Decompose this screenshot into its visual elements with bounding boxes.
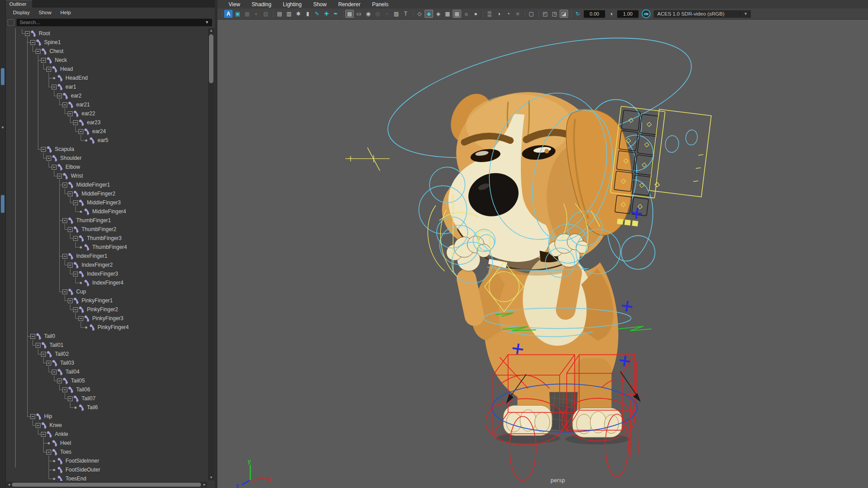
textured-mode-icon[interactable]: ▩ [443, 10, 452, 18]
viewport-layout-four-icon[interactable]: ◳ [550, 10, 559, 18]
dog-character[interactable] [442, 87, 632, 444]
outliner-item-Root[interactable]: Root [6, 29, 207, 38]
expand-collapse-toggle[interactable] [52, 370, 57, 374]
outliner-item-PinkyFinger1[interactable]: PinkyFinger1 [6, 296, 207, 305]
image-plane-icon[interactable]: ▧ [392, 10, 401, 18]
resolution-gate-icon[interactable]: ◉ [364, 10, 373, 18]
expand-collapse-toggle[interactable] [68, 263, 73, 268]
expand-collapse-toggle[interactable] [62, 387, 67, 392]
outliner-item-ThumbFinger4[interactable]: ThumbFinger4 [6, 243, 207, 252]
hud-text-icon[interactable]: T [401, 10, 410, 18]
outliner-item-FootSideOuter[interactable]: FootSideOuter [6, 465, 207, 474]
search-dropdown-icon[interactable]: ▼ [205, 20, 209, 24]
outliner-item-Tail07[interactable]: Tail07 [6, 394, 207, 403]
object-selection-icon[interactable]: ▣ [233, 10, 242, 18]
viewport-menu-renderer[interactable]: Renderer [332, 1, 366, 8]
expand-collapse-toggle[interactable] [68, 227, 73, 232]
maximize-viewport-icon[interactable]: ◪ [560, 10, 568, 18]
outliner-menu-show[interactable]: Show [34, 9, 56, 16]
color-management-toggle[interactable]: ON [642, 9, 651, 18]
outliner-item-ear5[interactable]: ear5 [6, 136, 207, 145]
colorspace-select[interactable]: ACES 1.0 SDR-video (sRGB)▼ [654, 10, 751, 18]
outliner-item-Tail06[interactable]: Tail06 [6, 385, 207, 394]
dock-highlight-bottom[interactable] [1, 195, 4, 213]
wireframe-on-shaded-icon[interactable]: ◈ [434, 10, 442, 18]
expand-collapse-toggle[interactable] [30, 40, 35, 45]
outliner-item-Head[interactable]: Head [6, 65, 207, 73]
outliner-menu-help[interactable]: Help [56, 9, 76, 16]
outliner-item-Shoulder[interactable]: Shoulder [6, 154, 207, 163]
outliner-item-IndexFinger4[interactable]: IndexFinger4 [6, 278, 207, 287]
left-dock-strip[interactable] [0, 0, 6, 488]
expand-collapse-toggle[interactable] [36, 343, 41, 348]
outliner-item-Neck[interactable]: Neck [6, 56, 207, 65]
outliner-item-Tail01[interactable]: Tail01 [6, 341, 207, 350]
camera-lock-icon[interactable]: ▥ [285, 10, 293, 18]
shaded-mode-icon[interactable]: ◆ [425, 10, 433, 18]
viewport-menu-lighting[interactable]: Lighting [277, 1, 307, 8]
scroll-right-icon[interactable]: ► [202, 482, 207, 488]
expand-collapse-toggle[interactable] [57, 378, 62, 383]
camera-attributes-icon[interactable]: ✱ [294, 10, 303, 18]
outliner-item-Heel[interactable]: Heel [6, 439, 207, 447]
expand-collapse-toggle[interactable] [52, 165, 57, 170]
outliner-item-PinkyFinger3[interactable]: PinkyFinger3 [6, 314, 207, 323]
expand-collapse-toggle[interactable] [52, 85, 57, 89]
shadows-icon[interactable]: ● [471, 10, 480, 18]
expand-collapse-toggle[interactable] [57, 174, 62, 179]
wireframe-mode-icon[interactable]: ◇ [415, 10, 424, 18]
zoom-region-icon[interactable]: ▨ [262, 10, 270, 18]
outliner-item-ThumbFinger1[interactable]: ThumbFinger1 [6, 216, 207, 225]
scroll-up-icon[interactable]: ▲ [208, 28, 214, 33]
outliner-item-Tail02[interactable]: Tail02 [6, 350, 207, 358]
checker-texture-icon[interactable]: ▦ [453, 10, 461, 18]
outliner-item-Tail03[interactable]: Tail03 [6, 358, 207, 367]
outliner-item-ear23[interactable]: ear23 [6, 118, 207, 127]
expand-collapse-toggle[interactable] [73, 120, 78, 125]
viewport-menu-panels[interactable]: Panels [366, 1, 394, 8]
expand-collapse-toggle[interactable] [41, 58, 46, 63]
expand-collapse-toggle[interactable] [57, 94, 62, 98]
outliner-item-Wrist[interactable]: Wrist [6, 171, 207, 180]
exposure-icon[interactable]: ↻ [573, 10, 582, 18]
outliner-item-Elbow[interactable]: Elbow [6, 163, 207, 171]
pan-zoom-icon[interactable]: ✚ [322, 10, 331, 18]
outliner-item-Toes[interactable]: Toes [6, 447, 207, 456]
grid-toggle-icon[interactable]: ▦ [345, 10, 354, 18]
isolate-select-icon[interactable]: ▢ [527, 10, 536, 18]
select-by-name-button[interactable]: A [224, 10, 233, 18]
expand-collapse-toggle[interactable] [46, 361, 51, 366]
outliner-item-Spine1[interactable]: Spine1 [6, 38, 207, 47]
expand-collapse-toggle[interactable] [62, 102, 67, 107]
outliner-item-Tail6[interactable]: Tail6 [6, 403, 207, 412]
expand-collapse-toggle[interactable] [41, 147, 46, 152]
outliner-item-IndexFinger2[interactable]: IndexFinger2 [6, 260, 207, 269]
expand-collapse-toggle[interactable] [30, 414, 35, 419]
outliner-item-MiddleFinger2[interactable]: MiddleFinger2 [6, 189, 207, 198]
expand-collapse-toggle[interactable] [68, 298, 73, 303]
gate-mask-icon[interactable]: ◎ [373, 10, 382, 18]
outliner-item-ThumbFinger2[interactable]: ThumbFinger2 [6, 225, 207, 234]
outliner-item-Scapula[interactable]: Scapula [6, 145, 207, 154]
expand-collapse-toggle[interactable] [46, 156, 51, 161]
horizontal-scroll-thumb[interactable] [12, 483, 201, 487]
tab-outliner[interactable]: Outliner [6, 0, 32, 8]
outliner-menu-display[interactable]: Display [8, 9, 34, 16]
expand-collapse-toggle[interactable] [46, 450, 51, 455]
annotate-pencil-icon[interactable]: ✒ [332, 10, 340, 18]
search-box[interactable]: ▼ [16, 19, 212, 26]
exposure-field[interactable] [584, 10, 605, 18]
expand-collapse-toggle[interactable] [78, 129, 83, 134]
outliner-item-Hip[interactable]: Hip [6, 412, 207, 421]
viewport-menu-show[interactable]: Show [307, 1, 332, 8]
outliner-item-ear2[interactable]: ear2 [6, 91, 207, 100]
expand-collapse-toggle[interactable] [78, 316, 83, 321]
expand-collapse-toggle[interactable] [36, 49, 41, 54]
combo-dropdown-icon[interactable]: ▼ [740, 12, 751, 16]
outliner-item-PinkyFinger2[interactable]: PinkyFinger2 [6, 305, 207, 314]
outliner-item-Chest[interactable]: Chest [6, 47, 207, 56]
outliner-horizontal-scrollbar[interactable]: ◄ ► [6, 482, 207, 488]
scroll-down-icon[interactable]: ▼ [208, 475, 214, 480]
scroll-left-icon[interactable]: ◄ [6, 482, 12, 488]
outliner-item-Cup[interactable]: Cup [6, 287, 207, 296]
